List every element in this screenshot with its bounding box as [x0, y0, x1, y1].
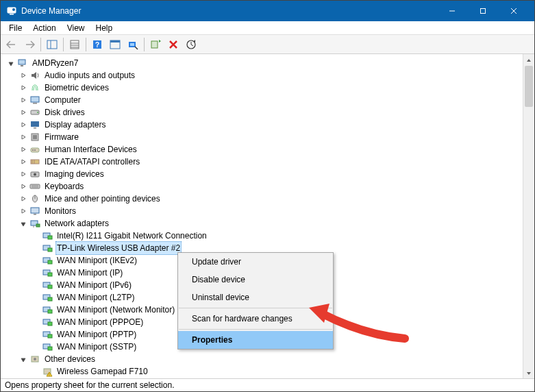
action-toolbar-button[interactable] — [107, 37, 123, 52]
svg-point-33 — [34, 149, 36, 151]
svg-rect-22 — [21, 65, 23, 66]
hid-icon — [29, 144, 40, 155]
svg-rect-52 — [48, 248, 52, 252]
svg-rect-1 — [10, 14, 14, 15]
back-button[interactable] — [3, 37, 20, 52]
menu-view[interactable]: View — [62, 22, 90, 34]
tree-item[interactable]: Intel(R) I211 Gigabit Network Connection — [31, 230, 534, 242]
tree-category[interactable]: Audio inputs and outputs — [18, 69, 534, 82]
svg-rect-30 — [33, 135, 37, 139]
expander-icon[interactable] — [18, 83, 28, 93]
tree-category[interactable]: Other devices — [18, 353, 534, 365]
context-menu-item[interactable]: Scan for hardware changes — [178, 310, 333, 328]
context-menu-item[interactable]: Disable device — [178, 271, 333, 289]
expander-icon[interactable] — [6, 58, 16, 68]
tree-item-label: WAN Miniport (SSTP) — [55, 341, 138, 353]
context-menu-divider — [179, 329, 332, 330]
expander-icon[interactable] — [18, 354, 28, 364]
warning-icon: ! — [42, 366, 53, 377]
tree-item-label: WAN Miniport (PPTP) — [55, 328, 138, 341]
expander-icon[interactable] — [18, 71, 28, 80]
vertical-scrollbar[interactable] — [523, 54, 534, 379]
menu-help[interactable]: Help — [90, 22, 119, 34]
expander-icon[interactable] — [18, 219, 28, 228]
scroll-thumb[interactable] — [525, 66, 533, 107]
expander-icon[interactable] — [18, 132, 28, 142]
help-toolbar-button[interactable]: ? — [89, 37, 105, 52]
expander-icon[interactable] — [18, 145, 28, 154]
svg-rect-23 — [31, 97, 39, 102]
forward-button[interactable] — [21, 37, 38, 52]
tree-category[interactable]: Firmware — [18, 131, 534, 143]
tree-category[interactable]: Disk drives — [18, 106, 534, 119]
expander-icon[interactable] — [18, 95, 28, 105]
properties-toolbar-button[interactable] — [66, 37, 83, 52]
svg-rect-56 — [48, 273, 52, 276]
menu-file[interactable]: File — [3, 22, 27, 34]
netadapter-icon — [42, 280, 53, 291]
context-menu: Update driverDisable deviceUninstall dev… — [177, 252, 334, 350]
svg-rect-62 — [48, 310, 52, 313]
tree-item[interactable]: !Wireless Gamepad F710 — [31, 365, 534, 378]
svg-rect-24 — [33, 103, 37, 104]
tree-category[interactable]: IDE ATA/ATAPI controllers — [18, 156, 534, 168]
toolbar: ? — [1, 35, 534, 54]
tree-category[interactable]: Human Interface Devices — [18, 143, 534, 156]
expander-icon[interactable] — [18, 120, 28, 130]
titlebar: Device Manager — [1, 1, 534, 21]
scroll-up-arrow[interactable] — [523, 54, 534, 66]
svg-point-32 — [32, 149, 34, 151]
imaging-icon — [29, 169, 40, 180]
svg-rect-66 — [48, 334, 52, 338]
tree-item-label: WAN Miniport (IP) — [55, 267, 124, 279]
update-driver-toolbar-button[interactable] — [183, 37, 199, 52]
expander-icon[interactable] — [18, 182, 28, 191]
tree-category[interactable]: Computer — [18, 94, 534, 106]
svg-rect-50 — [48, 236, 52, 239]
tree-category[interactable]: Keyboards — [18, 180, 534, 193]
minimize-button[interactable] — [436, 1, 467, 21]
menu-action[interactable]: Action — [27, 22, 61, 34]
svg-rect-7 — [47, 40, 57, 49]
close-button[interactable] — [498, 1, 529, 21]
enable-device-toolbar-button[interactable] — [147, 37, 164, 52]
scroll-down-arrow[interactable] — [523, 367, 534, 379]
tree-root[interactable]: AMDRyzen7 — [6, 57, 534, 69]
netadapter-icon — [42, 243, 53, 254]
uninstall-device-toolbar-button[interactable] — [165, 37, 182, 52]
tree-category[interactable]: Network adapters — [18, 217, 534, 230]
tree-category[interactable]: Mice and other pointing devices — [18, 193, 534, 205]
expander-icon[interactable] — [18, 206, 28, 216]
tree-category[interactable]: Imaging devices — [18, 168, 534, 180]
expander-icon[interactable] — [18, 194, 28, 204]
svg-point-70 — [34, 358, 36, 360]
monitor-icon — [29, 206, 40, 217]
scan-hardware-toolbar-button[interactable] — [125, 37, 141, 52]
expander-icon[interactable] — [18, 108, 28, 117]
expander-icon[interactable] — [18, 169, 28, 179]
tree-category[interactable]: Display adapters — [18, 119, 534, 131]
menubar: File Action View Help — [1, 21, 534, 35]
netadapter-icon — [42, 255, 53, 266]
maximize-button[interactable] — [467, 1, 498, 21]
svg-rect-4 — [480, 9, 485, 14]
tree-category[interactable]: Biometric devices — [18, 82, 534, 94]
firmware-icon — [29, 132, 40, 143]
context-menu-item[interactable]: Update driver — [178, 253, 333, 271]
tree-item-label: WAN Miniport (IKEv2) — [55, 254, 138, 267]
context-menu-divider — [179, 308, 332, 308]
tree-category-label: Biometric devices — [43, 82, 110, 94]
context-menu-item[interactable]: Properties — [178, 331, 333, 349]
tree-category-label: Mice and other pointing devices — [43, 193, 162, 205]
tree-category[interactable]: Monitors — [18, 205, 534, 217]
keyboard-icon — [29, 181, 40, 192]
svg-rect-68 — [48, 347, 52, 350]
svg-rect-19 — [151, 41, 158, 48]
svg-rect-45 — [34, 214, 36, 215]
statusbar: Opens property sheet for the current sel… — [1, 378, 534, 391]
svg-rect-44 — [31, 208, 39, 213]
context-menu-item[interactable]: Uninstall device — [178, 289, 333, 306]
netadapter-icon — [42, 292, 53, 303]
show-hide-console-tree-button[interactable] — [44, 37, 60, 52]
expander-icon[interactable] — [18, 157, 28, 167]
